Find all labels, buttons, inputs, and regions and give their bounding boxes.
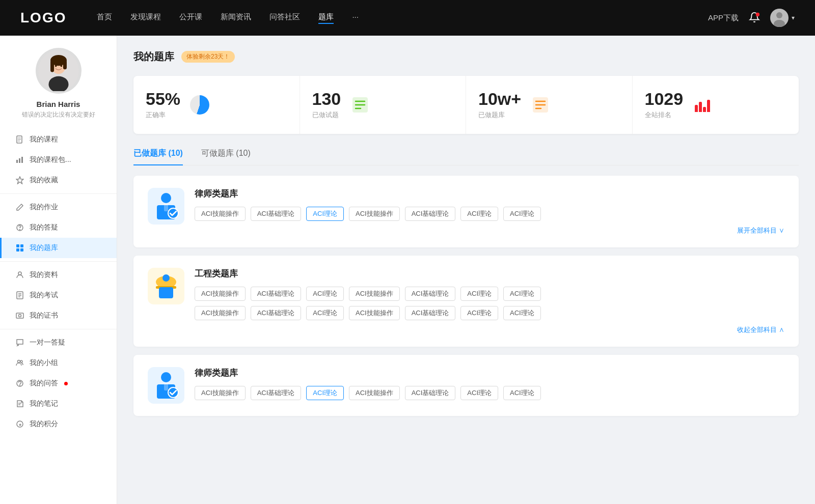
sidebar-item-my-qa[interactable]: 我的问答 xyxy=(0,373,117,394)
eng-tag2-4[interactable]: ACI基础理论 xyxy=(405,306,456,320)
sidebar-item-group[interactable]: 我的小组 xyxy=(0,353,117,373)
qbank-lawyer-icon xyxy=(148,188,184,225)
nav-courses[interactable]: 发现课程 xyxy=(130,12,161,24)
notification-bell-icon[interactable] xyxy=(749,12,760,24)
svg-point-26 xyxy=(18,272,21,275)
stat-rank-label: 全站排名 xyxy=(645,110,684,120)
stat-done-questions-label: 已做试题 xyxy=(312,110,341,120)
eng-tag-6[interactable]: ACI理论 xyxy=(503,287,541,301)
app-download-link[interactable]: APP下载 xyxy=(708,13,739,23)
accuracy-pie-icon xyxy=(189,95,210,115)
svg-point-11 xyxy=(60,65,62,67)
user-avatar-dropdown[interactable]: ▾ xyxy=(770,9,795,27)
sidebar-label-exam: 我的考试 xyxy=(30,291,58,300)
sidebar-item-exam[interactable]: 我的考试 xyxy=(0,285,117,305)
list-orange-icon xyxy=(530,95,551,115)
chart-bar-icon xyxy=(15,155,24,164)
svg-point-34 xyxy=(20,360,22,362)
nav-qa[interactable]: 问答社区 xyxy=(269,12,300,24)
sidebar-label-one-on-one: 一对一答疑 xyxy=(30,338,65,347)
svg-marker-19 xyxy=(16,177,23,184)
collapse-engineer[interactable]: 收起全部科目 ∧ xyxy=(195,325,784,334)
svg-point-58 xyxy=(161,372,171,382)
nav-home[interactable]: 首页 xyxy=(97,12,112,24)
navbar: LOGO 首页 发现课程 公开课 新闻资讯 问答社区 题库 ··· APP下载 xyxy=(0,0,815,36)
svg-rect-57 xyxy=(159,287,173,298)
svg-rect-60 xyxy=(164,382,168,390)
sidebar-item-questions[interactable]: 我的答疑 xyxy=(0,217,117,238)
law2-tag-4[interactable]: ACI基础理论 xyxy=(405,386,456,400)
svg-point-2 xyxy=(776,12,782,18)
sidebar-item-points[interactable]: ★ 我的积分 xyxy=(0,414,117,434)
cert-icon xyxy=(15,311,24,320)
eng-tag2-2[interactable]: ACI理论 xyxy=(306,306,344,320)
stat-rank-text: 1029 全站排名 xyxy=(645,90,684,120)
stat-done-banks-value: 10w+ xyxy=(478,90,521,107)
eng-tag2-5[interactable]: ACI理论 xyxy=(460,306,498,320)
eng-tag-5[interactable]: ACI理论 xyxy=(460,287,498,301)
eng-tag2-3[interactable]: ACI技能操作 xyxy=(349,306,400,320)
svg-point-32 xyxy=(19,315,21,317)
svg-rect-25 xyxy=(20,248,23,251)
sidebar: Brian Harris 错误的决定比没有决定要好 我的课程 我的课程包... xyxy=(0,36,117,504)
tag-3[interactable]: ACI技能操作 xyxy=(349,207,400,221)
stat-done-banks: 10w+ 已做题库 xyxy=(466,76,633,134)
tabs-bar: 已做题库 (10) 可做题库 (10) xyxy=(133,148,799,165)
tag-0[interactable]: ACI技能操作 xyxy=(195,207,246,221)
eng-tag-4[interactable]: ACI基础理论 xyxy=(405,287,456,301)
svg-rect-24 xyxy=(16,248,19,251)
tag-2-active[interactable]: ACI理论 xyxy=(306,207,344,221)
expand-lawyer-1[interactable]: 展开全部科目 ∨ xyxy=(195,226,784,235)
qa-icon xyxy=(15,379,24,388)
law2-tag-3[interactable]: ACI技能操作 xyxy=(349,386,400,400)
note-icon xyxy=(15,399,24,408)
qbank-engineer-info: 工程类题库 ACI技能操作 ACI基础理论 ACI理论 ACI技能操作 ACI基… xyxy=(195,268,784,334)
law2-tag-2-active[interactable]: ACI理论 xyxy=(306,386,344,400)
sidebar-label-my-qa: 我的问答 xyxy=(30,379,58,388)
sidebar-item-certificate[interactable]: 我的证书 xyxy=(0,305,117,326)
sidebar-item-notes[interactable]: 我的笔记 xyxy=(0,394,117,414)
tab-done-banks[interactable]: 已做题库 (10) xyxy=(133,148,183,165)
eng-tag-0[interactable]: ACI技能操作 xyxy=(195,287,246,301)
law2-tag-0[interactable]: ACI技能操作 xyxy=(195,386,246,400)
sidebar-item-profile[interactable]: 我的资料 xyxy=(0,265,117,285)
page-container: Brian Harris 错误的决定比没有决定要好 我的课程 我的课程包... xyxy=(0,36,815,504)
law2-tag-1[interactable]: ACI基础理论 xyxy=(251,386,302,400)
sidebar-item-course-package[interactable]: 我的课程包... xyxy=(0,150,117,170)
sidebar-label-certificate: 我的证书 xyxy=(30,311,58,320)
svg-point-56 xyxy=(162,274,170,282)
tag-1[interactable]: ACI基础理论 xyxy=(251,207,302,221)
sidebar-item-questionbank[interactable]: 我的题库 xyxy=(0,238,117,258)
eng-tag-2[interactable]: ACI理论 xyxy=(306,287,344,301)
nav-open-course[interactable]: 公开课 xyxy=(179,12,202,24)
law2-tag-5[interactable]: ACI理论 xyxy=(460,386,498,400)
sidebar-item-one-on-one[interactable]: 一对一答疑 xyxy=(0,332,117,353)
nav-more[interactable]: ··· xyxy=(352,12,359,24)
eng-tag2-1[interactable]: ACI基础理论 xyxy=(251,306,302,320)
tag-6[interactable]: ACI理论 xyxy=(503,207,541,221)
qbank-engineer-icon xyxy=(148,268,184,304)
points-icon: ★ xyxy=(15,419,24,429)
sidebar-item-homework[interactable]: 我的作业 xyxy=(0,197,117,217)
eng-tag-1[interactable]: ACI基础理论 xyxy=(251,287,302,301)
sidebar-profile-avatar xyxy=(36,48,82,94)
stat-done-questions-text: 130 已做试题 xyxy=(312,90,341,120)
stat-done-questions: 130 已做试题 xyxy=(300,76,467,134)
sidebar-item-favorites[interactable]: 我的收藏 xyxy=(0,170,117,190)
nav-news[interactable]: 新闻资讯 xyxy=(221,12,251,24)
stat-rank: 1029 全站排名 xyxy=(633,76,799,134)
svg-rect-16 xyxy=(16,160,18,163)
user-icon xyxy=(15,270,24,279)
sidebar-label-group: 我的小组 xyxy=(30,358,58,368)
law2-tag-6[interactable]: ACI理论 xyxy=(503,386,541,400)
eng-tag2-0[interactable]: ACI技能操作 xyxy=(195,306,246,320)
tag-5[interactable]: ACI理论 xyxy=(460,207,498,221)
sidebar-item-my-course[interactable]: 我的课程 xyxy=(0,129,117,150)
eng-tag-3[interactable]: ACI技能操作 xyxy=(349,287,400,301)
logo[interactable]: LOGO xyxy=(20,10,66,26)
qbank-lawyer-2-title: 律师类题库 xyxy=(195,367,784,379)
eng-tag2-6[interactable]: ACI理论 xyxy=(503,306,541,320)
tag-4[interactable]: ACI基础理论 xyxy=(405,207,456,221)
nav-questionbank[interactable]: 题库 xyxy=(318,12,334,24)
tab-available-banks[interactable]: 可做题库 (10) xyxy=(201,148,251,165)
